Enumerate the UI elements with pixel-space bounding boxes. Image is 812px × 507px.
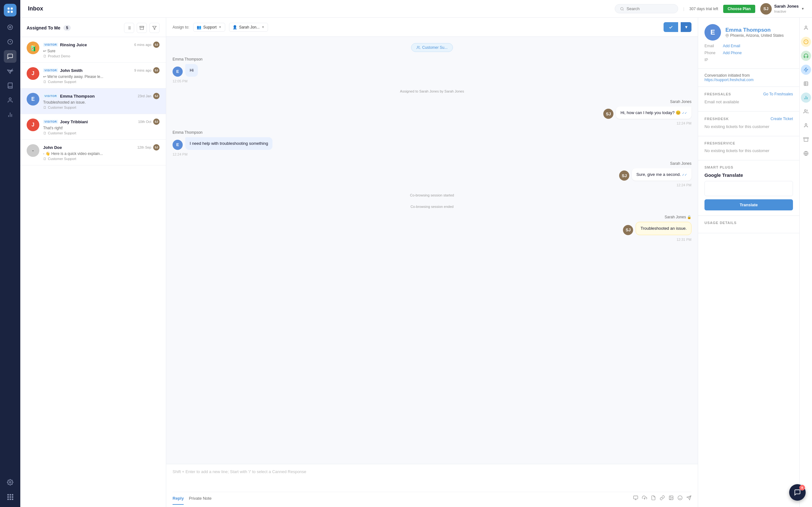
user-status: Inactive (774, 9, 799, 14)
avatar: SJ (619, 170, 629, 181)
message-time: 12:24 PM (172, 153, 692, 156)
email-field: Email Add Email (705, 44, 793, 48)
svg-point-9 (9, 98, 11, 100)
message-group: Emma Thompson E I need help with trouble… (172, 130, 692, 156)
tab-private-note[interactable]: Private Note (189, 495, 212, 502)
message-time: 12:31 PM (172, 238, 692, 241)
svg-rect-52 (803, 137, 808, 138)
top-header: Inbox | 307 days trial left Choose Plan … (20, 0, 812, 18)
agent-icon: SJ (153, 144, 159, 151)
reply-input[interactable] (172, 469, 692, 488)
image-icon[interactable] (669, 495, 674, 502)
agent-dropdown[interactable]: 👤 Sarah Jon... ▼ (229, 23, 268, 32)
user-avatar: SJ (760, 3, 772, 14)
tab-reply[interactable]: Reply (172, 495, 184, 502)
filter-button[interactable] (149, 23, 159, 33)
team-name: Support (203, 25, 217, 30)
nav-item-contacts[interactable] (4, 94, 16, 107)
link-icon[interactable] (660, 495, 665, 502)
rs-person-icon[interactable] (801, 23, 811, 33)
add-email-button[interactable]: Add Email (723, 44, 740, 48)
nav-item-inbox[interactable] (4, 50, 16, 63)
rs-archive-icon[interactable] (801, 134, 811, 145)
upload-icon[interactable] (642, 495, 647, 502)
app-logo[interactable] (4, 4, 16, 16)
nav-item-apps[interactable] (4, 491, 16, 503)
rs-headphones-icon[interactable] (801, 51, 811, 61)
conversation-content: VISITOR Joey Tribbiani 10th Oct SJ That'… (43, 118, 159, 135)
svg-rect-1 (11, 8, 13, 9)
usage-details-section: USAGE DETAILS (698, 216, 799, 233)
list-item[interactable]: E VISITOR Emma Thompson 23rd Jan SJ Trou… (20, 89, 166, 114)
resolve-dropdown-button[interactable]: ▼ (681, 22, 692, 32)
send-icon[interactable] (687, 495, 692, 502)
search-input[interactable] (626, 6, 673, 11)
rs-globe-icon[interactable] (801, 148, 811, 158)
right-sidebar-icons (799, 18, 812, 507)
screen-share-icon[interactable] (633, 495, 638, 502)
user-profile[interactable]: SJ Sarah Jones Inactive ▼ (760, 3, 804, 14)
team-dropdown[interactable]: 👥 Support ▼ (193, 23, 225, 32)
list-item[interactable]: J VISITOR John Smith 9 mins ago SJ ↩ We'… (20, 63, 166, 89)
nav-item-analytics[interactable] (4, 108, 16, 121)
conversation-tag: 🗋 Customer Support (43, 131, 159, 135)
contact-name[interactable]: Emma Thompson (725, 27, 784, 33)
rs-lightning-icon[interactable] (801, 65, 811, 75)
page-title: Inbox (28, 5, 610, 12)
list-item[interactable]: 🧃 VISITOR Rinsing Juice 6 mins ago SJ ↩ … (20, 37, 166, 63)
choose-plan-button[interactable]: Choose Plan (723, 5, 755, 13)
freshsales-title: FRESHSALES Go To Freshsales (705, 92, 793, 96)
svg-point-38 (805, 26, 807, 27)
rs-users-icon[interactable] (801, 107, 811, 117)
archive-button[interactable] (137, 23, 147, 33)
visitor-badge: VISITOR (43, 94, 58, 98)
translate-button[interactable]: Translate (705, 199, 793, 210)
nav-item-dash[interactable] (4, 36, 16, 48)
avatar: E (172, 66, 183, 77)
go-to-freshsales-button[interactable]: Go To Freshsales (763, 92, 793, 96)
conversation-content: John Doe 12th Sep SJ - 👋 Here is a quick… (43, 144, 159, 161)
list-item[interactable]: - John Doe 12th Sep SJ - 👋 Here is a qui… (20, 140, 166, 165)
usage-details-title: USAGE DETAILS (705, 221, 793, 225)
freshdesk-status: No existing tickets for this customer (705, 124, 793, 129)
svg-point-5 (9, 26, 11, 28)
rs-chart-icon[interactable] (801, 93, 811, 103)
source-url-link[interactable]: https://support.freshchat.com (705, 78, 754, 82)
reply-icons (633, 495, 692, 502)
visitor-badge: VISITOR (43, 120, 58, 124)
article-icon[interactable] (651, 495, 656, 502)
rs-alert-icon[interactable] (801, 37, 811, 47)
conversation-tag: 🗋 Customer Support (43, 106, 159, 109)
nav-item-articles[interactable] (4, 79, 16, 92)
message-group: Sarah Jones 🔒 Troubleshooted an issue. S… (172, 215, 692, 241)
list-item[interactable]: J VISITOR Joey Tribbiani 10th Oct SJ Tha… (20, 114, 166, 140)
freshservice-status: No existing tickets for this customer (705, 148, 793, 153)
sort-button[interactable] (124, 23, 134, 33)
agent-icon: SJ (153, 42, 159, 48)
nav-item-settings[interactable] (4, 476, 16, 489)
resolve-button[interactable] (664, 22, 678, 32)
message-sender: Sarah Jones 🔒 (172, 215, 692, 219)
nav-item-campaigns[interactable] (4, 65, 16, 77)
system-message: Co-browsing session ended (172, 204, 692, 210)
search-bar[interactable] (615, 4, 678, 13)
message-bubble: Hi, how can I help you today? 😊 ✓✓ (616, 107, 692, 119)
messages-area: Customer Su... Emma Thompson E Hi 12:05 … (166, 37, 698, 464)
nav-item-reports[interactable] (4, 21, 16, 34)
create-ticket-button[interactable]: Create Ticket (770, 117, 793, 121)
chevron-down-icon: ▼ (801, 7, 804, 10)
conversation-name: John Doe (43, 145, 62, 150)
contact-location: Phoenix, Arizona, United States (725, 33, 784, 38)
contact-avatar-row: E Emma Thompson Phoenix, Arizona, United… (705, 24, 793, 41)
conversation-name: John Smith (60, 68, 83, 73)
chat-bubble-icon (794, 489, 801, 496)
emoji-icon[interactable] (677, 495, 682, 502)
message-group: Emma Thompson E Hi 12:05 PM (172, 57, 692, 83)
translate-input[interactable] (705, 181, 793, 196)
conversation-time: 12th Sep (137, 146, 151, 149)
floating-chat-button[interactable]: 8 (789, 484, 806, 501)
rs-person2-icon[interactable] (801, 120, 811, 130)
rs-table-icon[interactable] (801, 78, 811, 89)
lock-icon: 🔒 (687, 215, 692, 219)
add-phone-button[interactable]: Add Phone (723, 51, 742, 55)
